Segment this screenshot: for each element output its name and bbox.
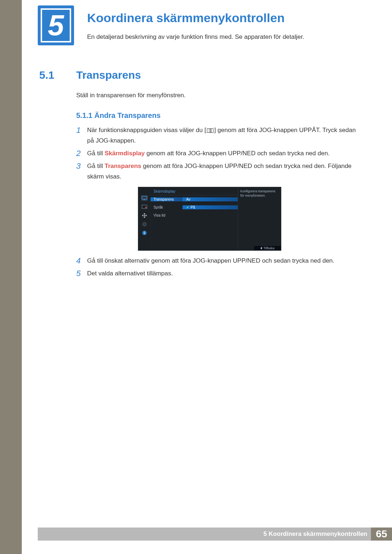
step-text: Gå till Transparens genom att föra JOG-k…	[87, 161, 363, 182]
osd-panel: i Skärmdisplay Transparens Av Språk ✓ På	[138, 187, 281, 251]
section-number: 5.1	[39, 69, 54, 81]
svg-rect-0	[142, 196, 147, 199]
highlight: Transparens	[105, 163, 141, 169]
page: 5 Koordinera skärmmenykontrollen En deta…	[22, 0, 392, 554]
check-icon: ✓	[186, 205, 189, 209]
osd-main: Skärmdisplay Transparens Av Språk ✓ På V…	[151, 187, 238, 250]
svg-line-9	[143, 222, 143, 223]
svg-line-11	[143, 226, 143, 226]
highlight: Skärmdisplay	[105, 150, 145, 157]
osd-tooltip: Konfigurera transparens för menyfönstren…	[238, 187, 281, 250]
osd-row-transparens: Transparens Av	[151, 195, 238, 203]
footer-left-gap	[22, 528, 38, 541]
osd-row-label: Visa tid	[151, 213, 183, 217]
osd-header: Skärmdisplay	[151, 187, 238, 195]
gear-icon	[141, 221, 148, 227]
svg-line-10	[146, 226, 146, 226]
page-left-stripe	[0, 0, 22, 554]
step-number: 5	[76, 268, 87, 279]
subsection-title: 5.1.1 Ändra Transparens	[76, 111, 160, 120]
step-text: Det valda alternativet tillämpas.	[87, 268, 363, 279]
menu-icon	[207, 128, 213, 133]
back-arrow-icon	[260, 247, 262, 250]
osd-row-sprak: Språk ✓ På	[151, 203, 238, 211]
osd-row-value: ✓ På	[183, 205, 238, 209]
chapter-number: 5	[48, 11, 64, 40]
step-2: 2 Gå till Skärmdisplay genom att föra JO…	[76, 148, 363, 159]
step-text: När funktionsknappsguiden visas väljer d…	[87, 125, 363, 146]
svg-point-4	[143, 223, 146, 225]
info-icon: i	[141, 230, 148, 236]
steps-list: 1 När funktionsknappsguiden visas väljer…	[76, 125, 363, 281]
footer-page-number: 65	[371, 528, 392, 541]
osd-row-visatid: Visa tid	[151, 211, 238, 219]
chapter-badge: 5	[38, 5, 74, 45]
osd-row-label: Transparens	[151, 197, 183, 201]
osd-sidebar: i	[138, 187, 151, 250]
step-3: 3 Gå till Transparens genom att föra JOG…	[76, 161, 363, 182]
svg-line-12	[146, 222, 146, 223]
step-5: 5 Det valda alternativet tillämpas.	[76, 268, 363, 279]
footer-chapter-label: 5 Koordinera skärmmenykontrollen	[41, 528, 371, 541]
osd-row-label: Språk	[151, 205, 183, 209]
step-number: 2	[76, 148, 87, 159]
resize-icon	[141, 213, 148, 218]
step-number: 4	[76, 256, 87, 266]
osd-row-value: Av	[183, 197, 238, 201]
svg-point-3	[145, 207, 147, 209]
picture-icon	[141, 204, 148, 210]
osd-screenshot: i Skärmdisplay Transparens Av Språk ✓ På	[138, 187, 363, 251]
step-number: 1	[76, 125, 87, 136]
svg-rect-1	[143, 200, 146, 200]
step-text: Gå till Skärmdisplay genom att föra JOG-…	[87, 148, 363, 159]
section-description: Ställ in transparensen för menyfönstren.	[76, 92, 185, 99]
step-text: Gå till önskat alternativ genom att föra…	[87, 256, 363, 266]
section-title: Transparens	[76, 69, 141, 81]
osd-back-button: Tillbaka	[253, 245, 281, 250]
svg-text:i: i	[144, 231, 145, 235]
step-4: 4 Gå till önskat alternativ genom att fö…	[76, 256, 363, 266]
chapter-title: Koordinera skärmmenykontrollen	[87, 11, 285, 25]
monitor-icon	[141, 195, 148, 201]
step-1: 1 När funktionsknappsguiden visas väljer…	[76, 125, 363, 146]
chapter-description: En detaljerad beskrivning av varje funkt…	[87, 33, 304, 41]
step-number: 3	[76, 161, 87, 172]
page-footer: 5 Koordinera skärmmenykontrollen 65	[22, 528, 392, 541]
